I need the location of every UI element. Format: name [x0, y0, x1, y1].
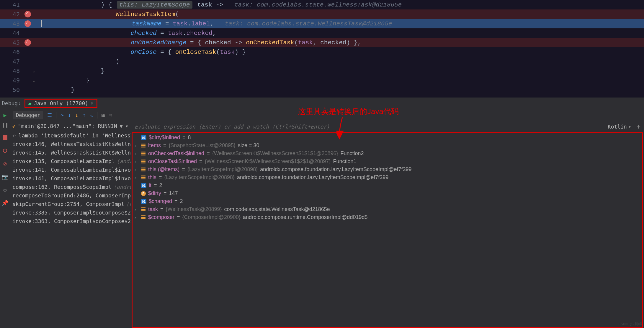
stop-icon[interactable] [2, 135, 8, 141]
run-to-cursor-icon[interactable]: ↘ [90, 112, 93, 118]
settings-icon[interactable]: ⚙ [2, 187, 8, 193]
debug-left-rail: ❚❚ ⊘ 📷 ⚙ 📌 [0, 121, 10, 328]
breakpoint-icon[interactable] [24, 39, 31, 46]
breakpoint-icon[interactable] [24, 11, 31, 17]
breakpoint-icon[interactable] [24, 20, 31, 27]
variable-row[interactable]: ›this = {LazyItemScopeImpl@20898} androi… [131, 173, 644, 181]
language-selector[interactable]: Kotlin▾ + [608, 123, 640, 130]
frames-panel[interactable]: ✔ "main"@20,847 ..."main": RUNNING ▼ ▾ ↩… [10, 121, 131, 328]
variable-row[interactable]: ›onCheckedTask$inlined = {WellnessScreen… [131, 150, 644, 157]
step-over-icon[interactable]: ↷ [61, 112, 64, 118]
variable-row[interactable]: ›items = {SnapshotStateList@20895} size … [131, 142, 644, 150]
check-icon: ✔ [12, 123, 16, 129]
code-editor[interactable]: 4142434445464748⌄49⌄50 ) { this: LazyIte… [0, 0, 644, 98]
stack-frame[interactable]: ↩lambda 'items$default' in 'WellnessTask… [10, 131, 131, 140]
filter-icon[interactable]: ▼ [120, 123, 123, 129]
trace-icon[interactable]: ≕ [109, 112, 112, 118]
debug-tab-label: Java Only (17700) [34, 100, 88, 106]
annotation-text: 这里其实是转换后的Java代码 [298, 106, 399, 117]
stack-frame[interactable]: invoke:135, ComposableLambdaImpl (androi… [10, 157, 131, 165]
dropdown-icon[interactable]: ▾ [125, 123, 128, 129]
debugger-tab[interactable]: Debugger [13, 111, 43, 119]
stack-frame[interactable]: skipCurrentGroup:2754, ComposerImpl (and… [10, 200, 131, 208]
force-step-into-icon[interactable]: ↓ [75, 112, 79, 118]
thread-label: "main"@20,847 ..."main": RUNNING [18, 123, 117, 129]
stack-frame[interactable]: invoke:146, WellnessTasksListKt$Wellness… [10, 140, 131, 148]
threads-icon[interactable]: ☰ [47, 112, 52, 118]
thread-selector[interactable]: ✔ "main"@20,847 ..."main": RUNNING ▼ ▾ [10, 121, 131, 131]
variables-panel[interactable]: Evaluate expression (Enter) or add a wat… [131, 121, 644, 328]
step-out-icon[interactable]: ↑ [82, 112, 86, 118]
resume-icon[interactable]: ▶ [2, 112, 8, 118]
step-into-icon[interactable]: ↓ [68, 112, 71, 118]
variable-row[interactable]: 01$dirty$inlined = 8 [131, 134, 644, 142]
variable-row[interactable]: 01it = 2 [131, 181, 644, 189]
variable-row[interactable]: ›task = {WellnessTask@20899} com.codelab… [131, 205, 644, 213]
android-icon: ▰ [28, 100, 32, 106]
eval-placeholder: Evaluate expression (Enter) or add a wat… [135, 124, 330, 130]
camera-icon[interactable]: 📷 [2, 174, 8, 180]
gutter[interactable]: 4142434445464748⌄49⌄50 [0, 0, 38, 98]
variable-row[interactable]: P$dirty = 147 [131, 189, 644, 197]
variable-row[interactable]: ›onCloseTask$inlined = {WellnessScreenKt… [131, 157, 644, 165]
code-area[interactable]: ) { this: LazyItemScope task -> task: co… [38, 0, 644, 98]
stack-frame[interactable]: compose:162, RecomposeScopeImpl (android [10, 183, 131, 191]
frame-arrow-icon: ↩ [12, 132, 16, 139]
stack-frame[interactable]: invoke:3385, ComposerImpl$doCompose$2$5 [10, 208, 131, 217]
stack-frame[interactable]: invoke:145, WellnessTasksListKt$Wellness… [10, 148, 131, 157]
close-icon[interactable]: × [91, 100, 94, 106]
stack-frame[interactable]: recomposeToGroupEnd:2486, ComposerImpl [10, 191, 131, 200]
view-breakpoints-icon[interactable] [2, 148, 8, 154]
variable-row[interactable]: ›this (@items) = {LazyItemScopeImpl@2089… [131, 165, 644, 173]
variable-row[interactable]: 01$changed = 2 [131, 197, 644, 205]
evaluate-row[interactable]: Evaluate expression (Enter) or add a wat… [131, 121, 644, 132]
stack-frame[interactable]: invoke:141, ComposableLambdaImpl$invoke$ [10, 165, 131, 174]
stack-frame[interactable]: invoke:3363, ComposerImpl$doCompose$2$5 [10, 217, 131, 225]
debug-config-tab[interactable]: ▰ Java Only (17700) × [24, 99, 97, 108]
watermark: CSDN @·川峰 [618, 321, 642, 327]
stack-frame[interactable]: invoke:141, ComposableLambdaImpl$invoke$ [10, 174, 131, 183]
debug-label: Debug: [2, 100, 21, 106]
mute-breakpoints-icon[interactable]: ⊘ [2, 161, 8, 167]
pause-icon[interactable]: ❚❚ [2, 122, 8, 128]
pin-icon[interactable]: 📌 [2, 200, 8, 206]
variable-row[interactable]: ›$composer = {ComposerImpl@20900} androi… [131, 213, 644, 221]
evaluate-icon[interactable]: ▦ [102, 112, 105, 118]
